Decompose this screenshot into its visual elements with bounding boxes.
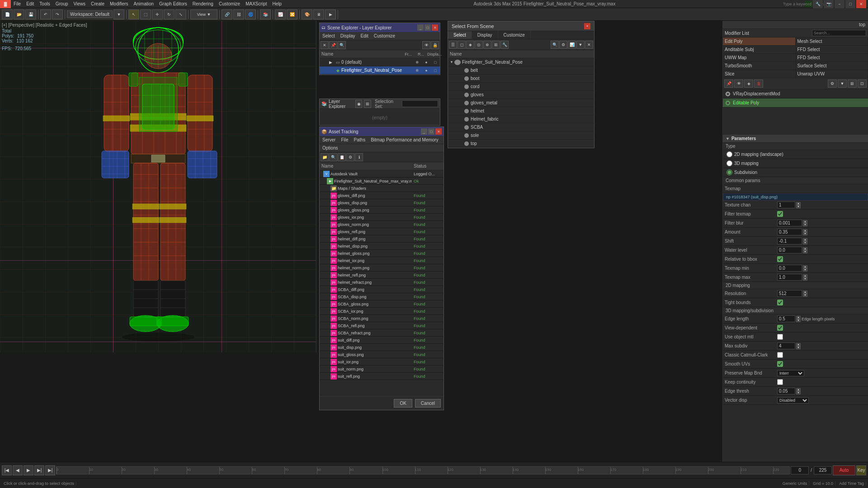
stack-show-result-btn[interactable]: 👁 xyxy=(734,80,743,88)
at-menu-paths[interactable]: Paths xyxy=(351,136,368,144)
stack-remove-btn[interactable]: 🗑 xyxy=(754,80,763,88)
edge-thresh-up[interactable]: ▲ xyxy=(796,388,801,391)
menu-modifiers[interactable]: Modifiers xyxy=(107,0,131,8)
sfs-tree-item[interactable]: gloves xyxy=(448,91,594,99)
open-file-btn[interactable]: 📂 xyxy=(14,9,24,19)
ref-coord-dropdown[interactable]: View ▼ xyxy=(190,9,217,19)
max-subdiv-input[interactable] xyxy=(777,343,795,349)
se-menu-edit[interactable]: Edit xyxy=(358,32,371,40)
menu-views[interactable]: Views xyxy=(71,0,89,8)
sfs-tb-11[interactable]: ▼ xyxy=(576,41,585,49)
le-btn-1[interactable]: ◉ xyxy=(355,100,362,108)
mod-edit-poly[interactable]: Edit Poly xyxy=(723,38,796,46)
use-object-mtl-checkbox[interactable] xyxy=(777,334,783,340)
menu-customize[interactable]: Customize xyxy=(216,0,243,8)
keep-continuity-checkbox[interactable] xyxy=(777,379,783,385)
shift-input[interactable] xyxy=(777,238,802,244)
at-tb-5[interactable]: ℹ xyxy=(355,153,363,161)
at-file-row[interactable]: ps suit_disp.png Found xyxy=(320,344,443,351)
mod-slice[interactable]: Slice xyxy=(723,70,796,78)
mod-anditable[interactable]: Anditable Subj xyxy=(723,46,796,54)
sfs-tb-7[interactable]: 🔧 xyxy=(500,41,509,49)
status-time-tag[interactable]: Add Time Tag xyxy=(837,481,866,486)
edge-thresh-down[interactable]: ▼ xyxy=(796,391,801,394)
se-tb-pin[interactable]: 📌 xyxy=(329,41,337,49)
filter-texmap-checkbox[interactable] xyxy=(777,211,783,217)
params-header[interactable]: ▼ Parameters xyxy=(723,135,868,143)
layer-row-firefighter[interactable]: ◆ Firefighter_Suit_Neutral_Pose ❄ ● □ xyxy=(320,66,440,75)
sfs-tab-display[interactable]: Display xyxy=(472,31,498,39)
edge-length-up[interactable]: ▲ xyxy=(796,316,801,319)
layer-render-1[interactable]: ● xyxy=(422,58,431,66)
mod-ffd-select[interactable]: FFD Select xyxy=(796,46,868,54)
select-btn[interactable]: ↖ xyxy=(128,9,139,19)
sfs-tb-4[interactable]: ◎ xyxy=(475,41,483,49)
new-file-btn[interactable]: 📄 xyxy=(2,9,13,19)
at-file-row[interactable]: ps SCBA_refract.png Found xyxy=(320,329,443,337)
at-scene-row[interactable]: ▶ Firefighter_Suit_Neutral_Pose_max_vray… xyxy=(320,178,443,185)
edge-length-down[interactable]: ▼ xyxy=(796,319,801,322)
auto-key-btn[interactable]: Auto xyxy=(833,465,855,475)
radio-3d-container[interactable]: 3D mapping xyxy=(723,160,759,166)
mod-ffd-select-2[interactable]: FFD Select xyxy=(796,54,868,62)
sfs-tree-item[interactable]: sole xyxy=(448,131,594,140)
close-btn[interactable]: ✕ xyxy=(856,0,866,8)
stack-copy-btn[interactable]: ⊞ xyxy=(848,80,857,88)
menu-maxscript[interactable]: MAXScript xyxy=(243,0,269,8)
minimize-btn[interactable]: − xyxy=(835,0,844,8)
mod-mesh-select[interactable]: Mesh Select xyxy=(796,38,868,46)
max-subdiv-down[interactable]: ▼ xyxy=(796,346,801,349)
unlink-btn[interactable]: ⛓ xyxy=(233,9,244,19)
texture-chan-down[interactable]: ▼ xyxy=(796,205,801,208)
sfs-tree-item[interactable]: gloves_metal xyxy=(448,99,594,107)
at-tb-1[interactable]: 📁 xyxy=(321,153,329,161)
icon-btn-1[interactable]: 🔧 xyxy=(813,0,823,8)
at-file-row[interactable]: ps gloves_disp.png Found xyxy=(320,199,443,206)
se-menu-customize[interactable]: Customize xyxy=(371,32,398,40)
sfs-tree-item[interactable]: SCBA xyxy=(448,123,594,131)
resolution-down[interactable]: ▼ xyxy=(803,294,807,297)
filter-blur-up[interactable]: ▲ xyxy=(803,220,807,223)
sfs-tb-3[interactable]: ◈ xyxy=(466,41,474,49)
radio-subdiv-container[interactable]: Subdivision xyxy=(723,169,757,175)
water-level-input[interactable] xyxy=(777,247,802,253)
at-file-row[interactable]: ps helmet_disp.png Found xyxy=(320,243,443,250)
scene-explorer-maximize[interactable]: □ xyxy=(425,24,431,31)
stack-more-btn[interactable]: ▼ xyxy=(838,80,847,88)
anim-next-frame[interactable]: ▶| xyxy=(34,465,44,475)
at-tb-4[interactable]: ⚙ xyxy=(346,153,354,161)
asset-tracking-titlebar[interactable]: 📦 Asset Tracking _ □ ✕ xyxy=(320,127,443,136)
scene-explorer-minimize[interactable]: _ xyxy=(417,24,424,31)
at-file-row[interactable]: ps suit_diff.png Found xyxy=(320,337,443,344)
menu-file[interactable]: File xyxy=(11,0,24,8)
sfs-tb-6[interactable]: ⊞ xyxy=(492,41,500,49)
sfs-tree-item[interactable]: belt xyxy=(448,66,594,75)
scene-explorer-close[interactable]: ✕ xyxy=(432,24,438,31)
se-tb-eye[interactable]: 👁 xyxy=(422,41,430,49)
se-tb-close[interactable]: ✕ xyxy=(321,41,329,49)
se-tb-find[interactable]: 🔍 xyxy=(338,41,346,49)
at-menu-options[interactable]: Options xyxy=(320,144,340,152)
viewport-main[interactable]: [+] [Perspective] [Realistic + Edged Fac… xyxy=(0,21,316,352)
at-file-row[interactable]: ps helmet_diff.png Found xyxy=(320,235,443,243)
sfs-tree-item[interactable]: helmet xyxy=(448,107,594,115)
at-file-row[interactable]: ps helmet_refl.png Found xyxy=(320,272,443,279)
menu-create[interactable]: Create xyxy=(88,0,107,8)
mod-uwv-map[interactable]: UWW Map xyxy=(723,54,796,62)
smooth-uvs-checkbox[interactable] xyxy=(777,361,783,367)
preserve-map-select[interactable]: Interr xyxy=(777,370,804,376)
selection-set-input[interactable] xyxy=(402,100,438,107)
sfs-tab-customize[interactable]: Customize xyxy=(498,31,531,39)
workspace-selector[interactable]: Workspace: Default xyxy=(67,10,113,18)
max-subdiv-up[interactable]: ▲ xyxy=(796,343,801,346)
mod-turbosmooth[interactable]: TurboSmooth xyxy=(723,62,796,70)
water-level-up[interactable]: ▲ xyxy=(803,247,807,250)
maximize-btn[interactable]: □ xyxy=(845,0,855,8)
amount-up[interactable]: ▲ xyxy=(803,229,807,232)
at-cancel-button[interactable]: Cancel xyxy=(415,399,441,408)
sfs-tab-select[interactable]: Select xyxy=(448,31,472,39)
menu-graph-editors[interactable]: Graph Editors xyxy=(156,0,190,8)
menu-animation[interactable]: Animation xyxy=(131,0,156,8)
at-maps-folder-row[interactable]: 📁 Maps / Shaders xyxy=(320,185,443,192)
at-file-row[interactable]: ps suit_norm.png Found xyxy=(320,366,443,373)
